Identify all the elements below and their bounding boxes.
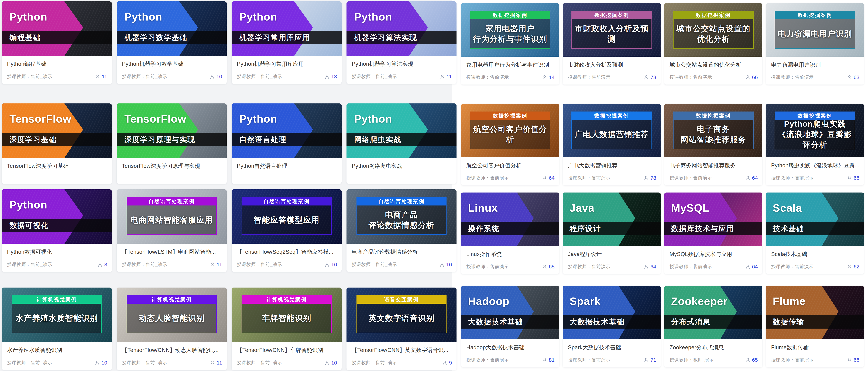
course-thumbnail: 数据挖掘案例 市财政收入分析及预测 (563, 3, 661, 57)
course-info: Zookeeper分布式消息 授课教师：教师-演示 65 (664, 339, 763, 367)
student-count: 63 (847, 74, 860, 80)
course-info: Spark大数据技术基础 授课教师：售前演示 71 (563, 339, 661, 367)
case-title-box: 电商产品 评论数据情感分析 (356, 205, 447, 235)
course-card[interactable]: Python 自然语言处理 Python自然语言处理 (231, 104, 342, 184)
thumbnail-subtitle: 数据可视化 (9, 219, 49, 232)
course-card[interactable]: Java 程序设计 Java程序设计 授课教师：售前演示 64 (563, 193, 661, 274)
course-card[interactable]: 数据挖掘案例 广电大数据营销推荐 广电大数据营销推荐 授课教师：售前演示 78 (563, 104, 661, 185)
thumbnail-subtitle-band: 数据库技术与应用 (664, 222, 763, 235)
course-thumbnail: 数据挖掘案例 城市公交站点设置的 优化分析 (664, 3, 763, 57)
course-card[interactable]: Hadoop 大数据技术基础 Hadoop大数据技术基础 授课教师：售前演示 8… (461, 286, 559, 367)
course-meta: 授课教师：售前演示 66 (771, 357, 860, 363)
course-card[interactable]: 计算机视觉案例 车牌智能识别 【TensorFlow/CNN】车牌智能识别 授课… (231, 288, 342, 370)
thumbnail-title: Hadoop (468, 295, 509, 307)
teacher-label: 授课教师：售前演示 (771, 263, 814, 270)
course-card[interactable]: 数据挖掘案例 Python爬虫实践 《流浪地球》豆瓣影评分析 Python爬虫实… (766, 104, 864, 185)
course-card[interactable]: 语音交互案例 英文数字语音识别 【TensorFlow/CNN】英文数字语音识.… (346, 288, 457, 370)
course-title: 电子商务网站智能推荐服务 (670, 162, 757, 169)
thumbnail-subtitle-band: 大数据技术基础 (563, 315, 661, 329)
category-banner: 数据挖掘案例 (470, 11, 550, 19)
case-title-box: 市财政收入分析及预测 (571, 19, 652, 49)
course-card[interactable]: Python 编程基础 Python编程基础 授课教师：售前_演示 11 (2, 1, 112, 84)
teacher-label: 授课教师：售前_演示 (122, 360, 167, 366)
teacher-label: 授课教师：售前演示 (670, 74, 712, 80)
thumbnail-title: Python (9, 10, 47, 23)
course-meta: 授课教师：售前_演示 13 (237, 74, 337, 80)
course-info: 城市公交站点设置的优化分析 授课教师：售前演示 66 (664, 57, 763, 85)
student-count: 71 (644, 357, 656, 363)
thumbnail-title: Python (354, 10, 392, 23)
case-title: 电商产品 评论数据情感分析 (369, 209, 434, 230)
course-card[interactable]: 计算机视觉案例 水产养殖水质智能识别 水产养殖水质智能识别 授课教师：售前_演示… (2, 288, 112, 370)
person-icon (745, 75, 750, 80)
course-card[interactable]: TensorFlow 深度学习原理与实现 TensorFlow深度学习原理与实现 (117, 104, 227, 184)
course-card[interactable]: 数据挖掘案例 航空公司客户价值分析 航空公司客户价值分析 授课教师：售前演示 6… (461, 104, 559, 185)
course-card[interactable]: Scala 技术基础 Scala技术基础 授课教师：售前演示 62 (766, 193, 864, 274)
course-card[interactable]: 数据挖掘案例 电子商务 网站智能推荐服务 电子商务网站智能推荐服务 授课教师：售… (664, 104, 763, 185)
teacher-label: 授课教师：售前_演示 (122, 74, 167, 80)
person-icon (745, 357, 750, 363)
course-thumbnail: TensorFlow 深度学习基础 (2, 104, 112, 158)
student-count-number: 11 (102, 74, 107, 80)
case-title: 电子商务 网站智能推荐服务 (680, 124, 746, 145)
course-card[interactable]: Linux 操作系统 Linux操作系统 授课教师：售前演示 65 (461, 193, 559, 274)
course-thumbnail: Python 编程基础 (2, 1, 112, 56)
course-card[interactable]: 数据挖掘案例 家用电器用户 行为分析与事件识别 家用电器用户行为分析与事件识别 … (461, 3, 559, 85)
category-banner: 计算机视觉案例 (127, 295, 217, 304)
thumbnail-subtitle: 深度学习基础 (9, 133, 57, 146)
course-thumbnail: Spark 大数据技术基础 (563, 286, 661, 339)
thumbnail-subtitle-band: 深度学习基础 (2, 133, 112, 146)
course-card[interactable]: Python 机器学习算法实现 Python机器学习算法实现 授课教师：售前_演… (346, 1, 457, 84)
student-count-number: 81 (549, 357, 555, 363)
case-title: 家用电器用户 行为分析与事件识别 (473, 23, 547, 44)
course-card[interactable]: Python 机器学习数学基础 Python机器学习数学基础 授课教师：售前_演… (117, 1, 227, 84)
person-icon (440, 74, 445, 79)
course-card[interactable]: 数据挖掘案例 电力窃漏电用户识别 电力窃漏电用户识别 授课教师：售前演示 63 (766, 3, 864, 85)
course-info: Python编程基础 授课教师：售前_演示 11 (2, 56, 112, 84)
course-card[interactable]: 数据挖掘案例 市财政收入分析及预测 市财政收入分析及预测 授课教师：售前演示 7… (563, 3, 661, 85)
student-count-number: 11 (217, 262, 222, 267)
course-card[interactable]: 数据挖掘案例 城市公交站点设置的 优化分析 城市公交站点设置的优化分析 授课教师… (664, 3, 763, 85)
course-card[interactable]: 自然语言处理案例 电商网站智能客服应用 【TensorFlow/LSTM】电商网… (117, 189, 227, 272)
course-meta: 授课教师：售前演示 71 (568, 357, 656, 363)
student-count-number: 10 (216, 74, 222, 80)
course-info: 水产养殖水质智能识别 授课教师：售前_演示 10 (2, 342, 112, 370)
course-card[interactable]: Python 机器学习常用库应用 Python机器学习常用库应用 授课教师：售前… (231, 1, 342, 84)
course-card[interactable]: MySQL 数据库技术与应用 MySQL数据库技术与应用 授课教师：售前演示 6… (664, 193, 763, 274)
category-banner: 自然语言处理案例 (127, 197, 217, 205)
course-card[interactable]: Python 数据可视化 Python数据可视化 授课教师：售前_演示 3 (2, 189, 112, 272)
student-count: 66 (847, 175, 860, 181)
person-icon (324, 360, 330, 365)
case-title-box: 家用电器用户 行为分析与事件识别 (470, 19, 550, 49)
course-info: 【TensorFlow/CNN】英文数字语音识... 授课教师：售前_演示 9 (346, 342, 457, 370)
student-count-number: 66 (752, 74, 758, 80)
course-card[interactable]: Python 网络爬虫实战 Python网络爬虫实战 (346, 104, 457, 184)
course-card[interactable]: 自然语言处理案例 电商产品 评论数据情感分析 电商产品评论数据情感分析 授课教师… (346, 189, 457, 272)
wedge-shape (117, 1, 227, 56)
course-card[interactable]: Flume 数据传输 Flume数据传输 授课教师：售前演示 66 (766, 286, 864, 367)
course-meta: 授课教师：售前演示 65 (466, 263, 555, 270)
student-count: 11 (210, 262, 222, 267)
course-card[interactable]: 自然语言处理案例 智能应答模型应用 【TensorFlow/Seq2Seq】智能… (231, 189, 342, 272)
teacher-label: 授课教师：售前演示 (466, 74, 509, 80)
thumbnail-subtitle: 网络爬虫实战 (354, 133, 402, 146)
course-thumbnail: Java 程序设计 (563, 193, 661, 246)
course-card[interactable]: TensorFlow 深度学习基础 TensorFlow深度学习基础 (2, 104, 112, 184)
course-thumbnail: 数据挖掘案例 航空公司客户价值分析 (461, 104, 559, 157)
teacher-label: 授课教师：售前演示 (466, 175, 509, 181)
course-title: Hadoop大数据技术基础 (466, 344, 554, 351)
course-card[interactable]: Spark 大数据技术基础 Spark大数据技术基础 授课教师：售前演示 71 (563, 286, 661, 367)
course-title: 水产养殖水质智能识别 (7, 346, 106, 354)
course-info: Python自然语言处理 (231, 158, 342, 184)
student-count: 78 (644, 175, 656, 181)
course-card[interactable]: 计算机视觉案例 动态人脸智能识别 【TensorFlow/CNN】动态人脸智能识… (117, 288, 227, 370)
teacher-label: 授课教师：售前_演示 (237, 261, 282, 267)
course-meta: 授课教师：售前演示 81 (466, 357, 555, 363)
thumbnail-subtitle-band: 机器学习常用库应用 (231, 31, 342, 44)
person-icon (439, 262, 444, 267)
teacher-label: 授课教师：教师-演示 (670, 357, 714, 363)
course-card[interactable]: Zookeeper 分布式消息 Zookeeper分布式消息 授课教师：教师-演… (664, 286, 763, 367)
thumbnail-title: Python (124, 10, 162, 23)
teacher-label: 授课教师：售前演示 (771, 175, 814, 181)
thumbnail-title: Scala (773, 202, 802, 214)
